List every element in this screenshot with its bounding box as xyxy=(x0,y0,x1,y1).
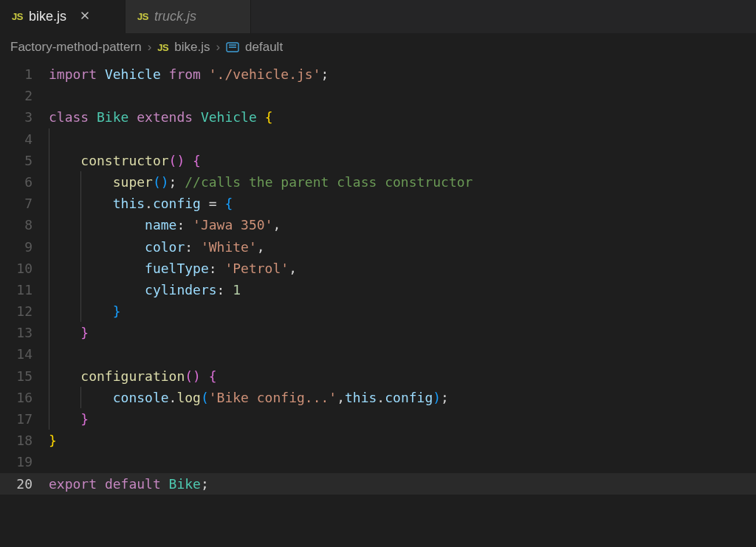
breadcrumb-symbol[interactable]: default xyxy=(245,40,283,55)
line-content[interactable]: console.log('Bike config...',this.config… xyxy=(49,387,756,408)
line-number: 13 xyxy=(0,322,49,343)
line-content[interactable]: } xyxy=(49,300,756,322)
js-icon: JS xyxy=(157,42,168,53)
line-number: 8 xyxy=(0,214,49,235)
code-line-7[interactable]: 7 this.config = { xyxy=(0,193,756,214)
code-line-5[interactable]: 5 constructor() { xyxy=(0,150,756,171)
line-number: 20 xyxy=(0,473,49,495)
line-number: 17 xyxy=(0,408,49,430)
line-number: 12 xyxy=(0,300,49,322)
code-line-10[interactable]: 10 fuelType: 'Petrol', xyxy=(0,258,756,279)
line-number: 18 xyxy=(0,430,49,451)
line-content[interactable]: fuelType: 'Petrol', xyxy=(49,258,756,279)
code-line-6[interactable]: 6 super(); //calls the parent class cons… xyxy=(0,171,756,193)
code-line-3[interactable]: 3class Bike extends Vehicle { xyxy=(0,106,756,128)
code-line-2[interactable]: 2 xyxy=(0,85,756,106)
line-number: 11 xyxy=(0,279,49,300)
line-number: 4 xyxy=(0,128,49,150)
js-icon: JS xyxy=(137,11,148,22)
line-content[interactable] xyxy=(49,128,756,150)
line-number: 15 xyxy=(0,365,49,387)
line-content[interactable]: name: 'Jawa 350', xyxy=(49,214,756,235)
line-number: 5 xyxy=(0,150,49,171)
line-number: 3 xyxy=(0,106,49,128)
close-icon[interactable] xyxy=(77,9,93,24)
line-number: 9 xyxy=(0,236,49,258)
code-line-15[interactable]: 15 configuration() { xyxy=(0,365,756,387)
code-line-19[interactable]: 19 xyxy=(0,451,756,472)
line-content[interactable]: cylinders: 1 xyxy=(49,279,756,300)
line-number: 16 xyxy=(0,387,49,408)
code-line-1[interactable]: 1import Vehicle from './vehicle.js'; xyxy=(0,63,756,85)
line-number: 2 xyxy=(0,85,49,106)
tab-bike-js[interactable]: JS bike.js xyxy=(0,0,126,33)
code-line-18[interactable]: 18} xyxy=(0,430,756,451)
line-content[interactable]: this.config = { xyxy=(49,193,756,214)
line-content[interactable]: export default Bike; xyxy=(49,473,756,495)
line-content[interactable] xyxy=(49,451,756,472)
line-content[interactable]: constructor() { xyxy=(49,150,756,171)
code-line-16[interactable]: 16 console.log('Bike config...',this.con… xyxy=(0,387,756,408)
line-content[interactable]: class Bike extends Vehicle { xyxy=(49,106,756,128)
line-content[interactable]: color: 'White', xyxy=(49,236,756,258)
code-line-12[interactable]: 12 } xyxy=(0,300,756,322)
line-number: 1 xyxy=(0,63,49,85)
line-content[interactable]: super(); //calls the parent class constr… xyxy=(49,171,756,193)
js-icon: JS xyxy=(12,11,23,22)
chevron-right-icon: › xyxy=(148,40,152,55)
line-number: 14 xyxy=(0,343,49,365)
code-line-14[interactable]: 14 xyxy=(0,343,756,365)
line-content[interactable] xyxy=(49,343,756,365)
line-number: 7 xyxy=(0,193,49,214)
line-content[interactable]: } xyxy=(49,322,756,343)
code-line-20[interactable]: 20export default Bike; xyxy=(0,473,756,495)
code-line-13[interactable]: 13 } xyxy=(0,322,756,343)
code-line-11[interactable]: 11 cylinders: 1 xyxy=(0,279,756,300)
code-line-9[interactable]: 9 color: 'White', xyxy=(0,236,756,258)
line-content[interactable]: configuration() { xyxy=(49,365,756,387)
tab-truck-js[interactable]: JS truck.js xyxy=(126,0,251,33)
code-editor[interactable]: 1import Vehicle from './vehicle.js';23cl… xyxy=(0,61,756,495)
code-line-4[interactable]: 4 xyxy=(0,128,756,150)
chevron-right-icon: › xyxy=(216,40,220,55)
tab-label: truck.js xyxy=(154,9,196,24)
breadcrumb-folder[interactable]: Factory-method-pattern xyxy=(10,40,142,55)
tab-label: bike.js xyxy=(29,9,66,24)
breadcrumb-file[interactable]: bike.js xyxy=(174,40,210,55)
line-content[interactable]: import Vehicle from './vehicle.js'; xyxy=(49,63,756,85)
editor-tabs: JS bike.js JS truck.js xyxy=(0,0,756,34)
line-number: 19 xyxy=(0,451,49,472)
code-line-8[interactable]: 8 name: 'Jawa 350', xyxy=(0,214,756,235)
line-content[interactable]: } xyxy=(49,408,756,430)
line-number: 6 xyxy=(0,171,49,193)
code-line-17[interactable]: 17 } xyxy=(0,408,756,430)
breadcrumb-bar: Factory-method-pattern › JS bike.js › de… xyxy=(0,34,756,61)
line-number: 10 xyxy=(0,258,49,279)
line-content[interactable] xyxy=(49,85,756,106)
module-symbol-icon xyxy=(226,42,239,52)
line-content[interactable]: } xyxy=(49,430,756,451)
